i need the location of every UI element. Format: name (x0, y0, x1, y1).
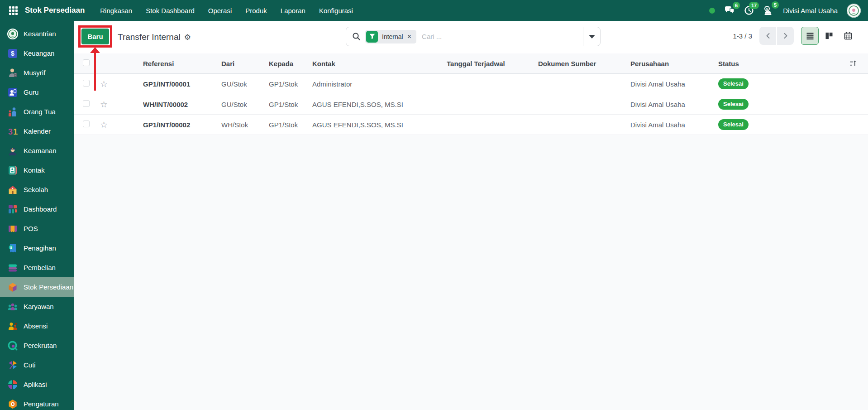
menu-operasi[interactable]: Operasi (208, 7, 232, 14)
calendar-view-button[interactable] (839, 27, 857, 45)
sidebar-item-absensi[interactable]: Absensi (0, 316, 74, 336)
column-header-status[interactable]: Status (718, 60, 868, 68)
sidebar-item-kalender[interactable]: 31 Kalender (0, 121, 74, 141)
sidebar-item-label: Cuti (24, 361, 36, 369)
row-checkbox[interactable] (83, 100, 90, 107)
sidebar-item-aplikasi[interactable]: Aplikasi (0, 375, 74, 394)
cell-kontak: AGUS EFENDI,S.SOS, MS.SI (312, 101, 447, 108)
user-avatar[interactable] (847, 4, 861, 18)
menu-stok-dashboard[interactable]: Stok Dashboard (146, 7, 195, 14)
messages-count-badge: 6 (733, 2, 740, 9)
money-count-badge: 5 (772, 1, 779, 9)
cell-dari: GU/Stok (221, 80, 269, 88)
menu-ringkasan[interactable]: Ringkasan (100, 7, 132, 14)
apps-grid-icon[interactable] (9, 6, 18, 15)
cuti-icon (7, 359, 19, 371)
guru-icon (7, 87, 19, 98)
svg-text:$: $ (11, 50, 14, 57)
sidebar-item-kesantrian[interactable]: Kesantrian (0, 24, 74, 43)
menu-konfigurasi[interactable]: Konfigurasi (319, 7, 353, 14)
table-row[interactable]: ☆ WH/INT/00002 GU/Stok GP1/Stok AGUS EFE… (74, 94, 868, 115)
dashboard-icon (7, 203, 19, 215)
sidebar-item-pos[interactable]: POS (0, 219, 74, 238)
table-row[interactable]: ☆ GP1/INT/00002 WH/Stok GP1/Stok AGUS EF… (74, 115, 868, 135)
favorite-star-icon[interactable]: ☆ (100, 80, 108, 88)
sidebar-item-perekrutan[interactable]: Perekrutan (0, 336, 74, 355)
app-name[interactable]: Stok Persediaan (25, 6, 85, 15)
pager-next-button[interactable] (777, 27, 794, 45)
sidebar-item-stok-persediaan[interactable]: Stok Persediaan (0, 277, 74, 297)
cell-kontak: Administrator (312, 80, 447, 88)
sidebar-item-dashboard[interactable]: Dashboard (0, 199, 74, 219)
cell-perusahaan: Divisi Amal Usaha (630, 80, 718, 88)
sidebar-item-musyrif[interactable]: Musyrif (0, 63, 74, 82)
menu-laporan[interactable]: Laporan (281, 7, 305, 14)
sidebar-item-keuangan[interactable]: $ Keuangan (0, 43, 74, 63)
row-checkbox[interactable] (83, 80, 90, 87)
cell-perusahaan: Divisi Amal Usaha (630, 101, 718, 108)
status-badge: Selesai (718, 119, 749, 130)
optional-columns-button[interactable] (849, 59, 858, 69)
absensi-icon (7, 320, 19, 332)
sidebar-item-label: Dashboard (24, 205, 57, 213)
top-navbar: Stok Persediaan Ringkasan Stok Dashboard… (0, 0, 868, 21)
top-menu: Ringkasan Stok Dashboard Operasi Produk … (100, 7, 353, 14)
company-switcher[interactable]: Divisi Amal Usaha (783, 7, 838, 14)
sidebar-item-label: Aplikasi (24, 381, 47, 388)
pager-and-views: 1-3 / 3 (733, 27, 857, 45)
sidebar-item-kontak[interactable]: Kontak (0, 160, 74, 180)
column-header-kontak[interactable]: Kontak (312, 60, 447, 68)
sidebar-item-label: POS (24, 225, 38, 232)
money-button[interactable]: $ 5 (763, 5, 774, 16)
presence-dot-icon (709, 8, 715, 14)
activities-button[interactable]: 17 (744, 5, 754, 15)
row-checkbox[interactable] (83, 121, 90, 127)
column-header-dari[interactable]: Dari (221, 60, 269, 68)
sidebar-item-label: Karyawan (24, 303, 54, 310)
sidebar-item-sekolah[interactable]: Sekolah (0, 180, 74, 199)
chevron-left-icon (765, 32, 771, 39)
cell-kepada: GP1/Stok (269, 80, 312, 88)
calendar-view-icon (844, 31, 853, 40)
messages-button[interactable]: 6 (724, 5, 735, 15)
sidebar-item-penagihan[interactable]: $ Penagihan (0, 238, 74, 258)
sidebar-item-label: Pembelian (24, 264, 56, 271)
cell-referensi: GP1/INT/00002 (143, 121, 221, 129)
sidebar-item-karyawan[interactable]: Karyawan (0, 297, 74, 316)
search-input[interactable] (422, 33, 583, 40)
filter-label: Internal (382, 33, 403, 40)
column-header-tanggal-terjadwal[interactable]: Tanggal Terjadwal (447, 60, 538, 68)
view-switcher (801, 27, 857, 45)
favorite-star-icon[interactable]: ☆ (100, 121, 108, 129)
remove-filter-icon[interactable]: × (403, 33, 415, 40)
table-row[interactable]: ☆ GP1/INT/00001 GU/Stok GP1/Stok Adminis… (74, 74, 868, 94)
new-button[interactable]: Baru (81, 29, 109, 44)
sekolah-icon (7, 184, 19, 196)
column-header-dokumen-sumber[interactable]: Dokumen Sumber (538, 60, 630, 68)
column-header-referensi[interactable]: Referensi (143, 60, 221, 68)
sidebar-item-guru[interactable]: Guru (0, 82, 74, 102)
cell-perusahaan: Divisi Amal Usaha (630, 121, 718, 129)
search-dropdown-toggle[interactable] (583, 27, 600, 46)
cell-dari: GU/Stok (221, 101, 269, 108)
list-view-button[interactable] (801, 27, 819, 45)
sidebar-item-cuti[interactable]: Cuti (0, 355, 74, 375)
column-header-kepada[interactable]: Kepada (269, 60, 312, 68)
sidebar-item-orang-tua[interactable]: Orang Tua (0, 102, 74, 121)
kanban-view-button[interactable] (820, 27, 838, 45)
sidebar-item-pembelian[interactable]: Pembelian (0, 258, 74, 277)
pager-previous-button[interactable] (759, 27, 776, 45)
sidebar-item-pengaturan[interactable]: Pengaturan (0, 394, 74, 410)
sidebar-item-label: Keuangan (24, 49, 54, 57)
active-filter-chip[interactable]: Internal × (365, 30, 416, 43)
favorite-star-icon[interactable]: ☆ (100, 100, 108, 109)
menu-produk[interactable]: Produk (245, 7, 267, 14)
gear-icon[interactable]: ⚙ (184, 34, 191, 41)
avatar-logo-icon (847, 4, 861, 18)
cell-referensi: WH/INT/00002 (143, 101, 221, 108)
column-header-perusahaan[interactable]: Perusahaan (630, 60, 718, 68)
sidebar-item-keamanan[interactable]: Keamanan (0, 141, 74, 160)
cell-referensi: GP1/INT/00001 (143, 80, 221, 88)
select-all-checkbox[interactable] (83, 59, 90, 66)
karyawan-icon (7, 301, 19, 313)
